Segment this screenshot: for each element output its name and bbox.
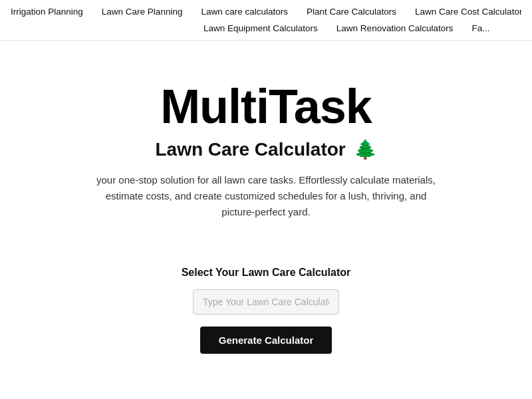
nav-link-lawn-care-planning[interactable]: Lawn Care Planning xyxy=(102,7,183,17)
nav-row-2: Lawn Equipment CalculatorsLawn Renovatio… xyxy=(11,21,521,40)
generate-calculator-button[interactable]: Generate Calculator xyxy=(200,327,332,354)
nav-link-fa[interactable]: Fa... xyxy=(471,23,489,33)
hero-section: MultiTask Lawn Care Calculator 🌲 your on… xyxy=(0,41,532,240)
nav-link-lawn-care-cost-calculators[interactable]: Lawn Care Cost Calculators xyxy=(415,7,521,17)
nav-link-irrigation-planning[interactable]: Irrigation Planning xyxy=(11,7,83,17)
main-nav: Irrigation PlanningLawn Care PlanningLaw… xyxy=(0,0,532,41)
nav-row-1: Irrigation PlanningLawn Care PlanningLaw… xyxy=(11,0,521,21)
nav-link-lawn-equipment-calculators[interactable]: Lawn Equipment Calculators xyxy=(203,23,318,33)
nav-link-plant-care-calculators[interactable]: Plant Care Calculators xyxy=(307,7,396,17)
hero-description: your one-stop solution for all lawn care… xyxy=(93,172,439,220)
hero-subtitle-text: Lawn Care Calculator xyxy=(155,139,345,160)
hero-title: MultiTask xyxy=(13,80,519,133)
tree-icon: 🌲 xyxy=(354,139,377,160)
calculator-section-label: Select Your Lawn Care Calculator xyxy=(13,267,519,279)
nav-link-lawn-renovation-calculators[interactable]: Lawn Renovation Calculators xyxy=(336,23,454,33)
calculator-section: Select Your Lawn Care Calculator Generat… xyxy=(0,240,532,374)
calculator-input[interactable] xyxy=(193,289,339,315)
hero-subtitle: Lawn Care Calculator 🌲 xyxy=(13,138,519,160)
nav-link-lawn-care-calculators[interactable]: Lawn care calculators xyxy=(201,7,288,17)
